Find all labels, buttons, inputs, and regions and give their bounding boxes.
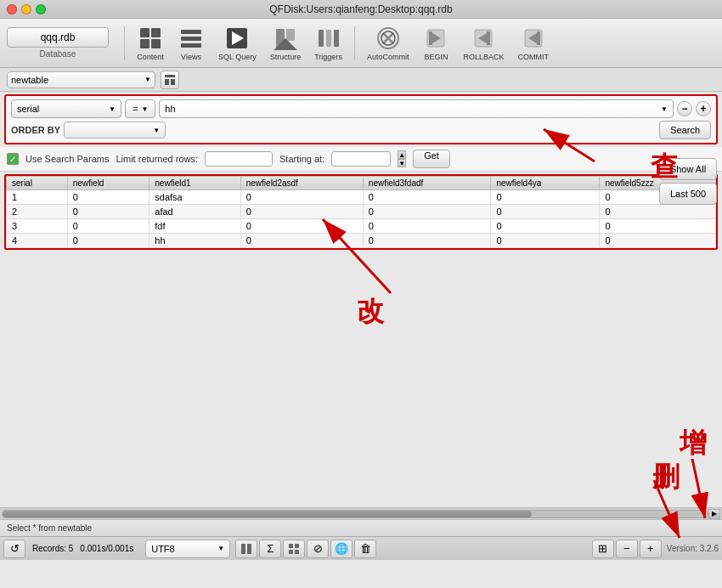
split-view-button[interactable] (235, 540, 257, 558)
search-minus-button[interactable]: − (677, 101, 692, 116)
table-cell[interactable]: 0 (67, 219, 149, 234)
search-value-input[interactable]: hh ▼ (159, 99, 674, 118)
order-by-label: ORDER BY (11, 125, 60, 135)
svg-rect-13 (326, 30, 331, 47)
svg-rect-1 (151, 28, 161, 37)
table-cell[interactable]: 0 (67, 234, 149, 248)
table-row[interactable]: 30fdf0000 (7, 219, 716, 234)
grid-button[interactable] (283, 540, 305, 558)
toolbar-content[interactable]: Content (132, 25, 169, 61)
table-cell[interactable]: 0 (240, 190, 363, 205)
last500-button[interactable]: Last 500 (659, 183, 717, 205)
minimize-button[interactable] (21, 4, 31, 14)
svg-rect-19 (429, 31, 432, 45)
search-button[interactable]: Search (659, 121, 711, 139)
table-cell[interactable]: 0 (491, 205, 600, 219)
toolbar-divider-1 (124, 26, 125, 60)
toolbar-rollback[interactable]: ROLLBACK (458, 25, 509, 61)
table-area: serial newfield newfield1 newfield2asdf … (4, 174, 718, 250)
autocommit-label: AutoCommit (367, 53, 409, 61)
use-search-params-checkbox[interactable]: ✓ (7, 153, 19, 165)
scrollbar-thumb[interactable] (3, 511, 532, 517)
encoding-select[interactable]: UTF8 ▼ (145, 540, 230, 558)
table-cell[interactable]: 4 (7, 234, 68, 248)
table-cell[interactable]: 0 (363, 190, 491, 205)
stepper-down[interactable]: ▼ (398, 159, 406, 167)
svg-rect-0 (140, 28, 149, 37)
limit-rows-input[interactable] (205, 151, 273, 167)
bottom-toolbar: ↺ Records: 5 0.001s/0.001s UTF8 ▼ Σ (0, 536, 722, 560)
table-row[interactable]: 20afad0000 (7, 205, 716, 219)
get-button[interactable]: Get (413, 150, 450, 168)
block-button[interactable]: ⊘ (307, 540, 329, 558)
zoom-fit-button[interactable]: ⊞ (592, 540, 614, 558)
toolbar-sql-query[interactable]: SQL Query (213, 25, 262, 61)
table-cell[interactable]: 0 (491, 190, 600, 205)
scroll-right-button[interactable]: ▶ (708, 509, 720, 519)
order-by-select[interactable]: ▼ (64, 122, 166, 139)
table-cell[interactable]: 0 (67, 205, 149, 219)
svg-rect-26 (165, 75, 175, 77)
table-cell[interactable]: 0 (600, 219, 716, 234)
table-selector[interactable]: newtable ▼ (7, 71, 155, 88)
database-button[interactable]: qqq.rdb (7, 27, 109, 48)
starting-at-input[interactable] (331, 151, 391, 167)
search-field-chevron: ▼ (109, 105, 116, 113)
toolbar-autocommit[interactable]: AutoCommit (362, 25, 415, 61)
table-row[interactable]: 10sdafsa0000 (7, 190, 716, 205)
table-cell[interactable]: 0 (240, 205, 363, 219)
table-cell[interactable]: 2 (7, 205, 68, 219)
table-cell[interactable]: 3 (7, 219, 68, 234)
table-cell[interactable]: hh (149, 234, 240, 248)
minus-button[interactable]: − (616, 540, 638, 558)
svg-rect-10 (286, 29, 295, 41)
structure-icon (272, 25, 299, 52)
refresh-button[interactable]: ↺ (3, 540, 25, 558)
svg-rect-3 (151, 39, 161, 48)
scrollbar-track[interactable] (2, 510, 708, 518)
data-table: serial newfield newfield1 newfield2asdf … (6, 176, 716, 248)
table-cell[interactable]: afad (149, 205, 240, 219)
status-bar: Select * from newtable (0, 519, 722, 536)
table-cell[interactable]: 0 (600, 205, 716, 219)
maximize-button[interactable] (36, 4, 46, 14)
table-cell[interactable]: 0 (67, 190, 149, 205)
trash-button[interactable]: 🗑 (354, 540, 376, 558)
toolbar-views[interactable]: Views (172, 25, 210, 61)
table-cell[interactable]: 0 (491, 219, 600, 234)
toolbar-commit[interactable]: COMMIT (512, 25, 554, 61)
sigma-button[interactable]: Σ (259, 540, 281, 558)
table-cell[interactable]: 0 (363, 219, 491, 234)
views-label: Views (181, 53, 201, 61)
stepper-up[interactable]: ▲ (398, 150, 406, 159)
table-cell[interactable]: 0 (363, 205, 491, 219)
toolbar-begin[interactable]: BEGIN (417, 25, 454, 61)
titlebar: QFDisk:Users:qianfeng:Desktop:qqq.rdb (0, 0, 722, 19)
table-cell[interactable]: 0 (363, 234, 491, 248)
table-cell[interactable]: 1 (7, 190, 68, 205)
table-cell[interactable]: 0 (600, 234, 716, 248)
table-cell[interactable]: sdafsa (149, 190, 240, 205)
horizontal-scrollbar[interactable]: ▶ (0, 507, 722, 519)
views-icon (178, 25, 205, 52)
query-status: Select * from newtable (7, 523, 92, 533)
table-cell[interactable]: 0 (240, 219, 363, 234)
rollback-label: ROLLBACK (463, 53, 504, 61)
table-icon-button[interactable] (161, 71, 179, 89)
table-cell[interactable]: fdf (149, 219, 240, 234)
table-row[interactable]: 40hh0000 (7, 234, 716, 248)
plus-button[interactable]: + (640, 540, 662, 558)
globe-button[interactable]: 🌐 (330, 540, 353, 558)
search-area: serial ▼ = ▼ hh ▼ − + ORDER BY (4, 94, 718, 144)
records-label: Records: 5 (32, 544, 73, 553)
table-cell[interactable]: 0 (240, 234, 363, 248)
toolbar-structure[interactable]: Structure (265, 25, 307, 61)
table-cell[interactable]: 0 (491, 234, 600, 248)
close-button[interactable] (7, 4, 17, 14)
toolbar-triggers[interactable]: Triggers (309, 25, 347, 61)
params-row: ✓ Use Search Params Limit returned rows:… (0, 147, 722, 172)
search-operator-select[interactable]: = ▼ (125, 99, 155, 118)
show-all-button[interactable]: Show All (659, 158, 717, 180)
search-field-select[interactable]: serial ▼ (11, 99, 121, 118)
search-plus-button[interactable]: + (696, 101, 711, 116)
